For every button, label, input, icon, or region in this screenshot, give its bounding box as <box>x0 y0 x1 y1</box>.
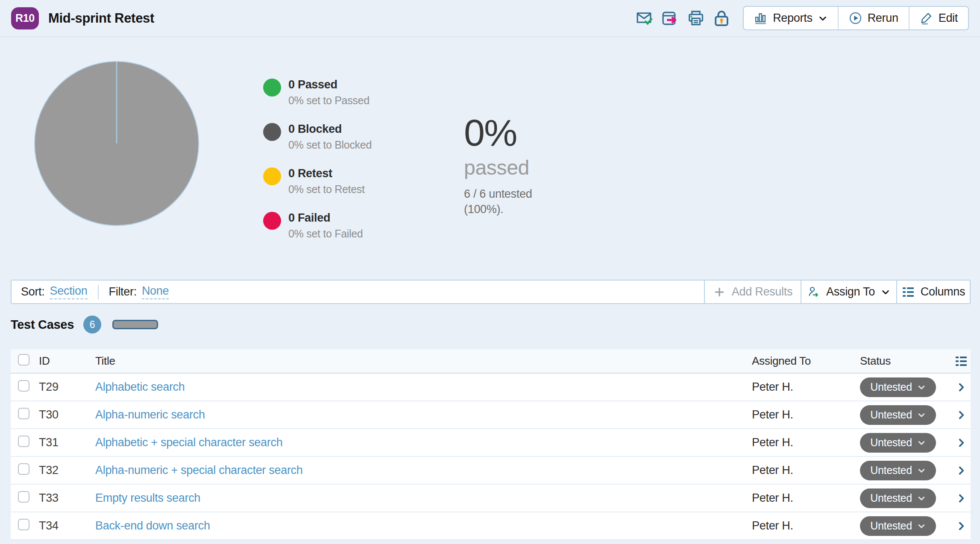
case-title-link[interactable]: Alpha-numeric + special character search <box>95 464 752 477</box>
filter-value-link[interactable]: None <box>142 284 169 299</box>
case-id: T30 <box>39 408 95 421</box>
email-check-icon[interactable] <box>634 7 656 29</box>
open-case-chevron[interactable] <box>952 409 971 421</box>
row-checkbox[interactable] <box>18 436 29 447</box>
status-dropdown[interactable]: Untested <box>860 516 936 536</box>
blocked-dot-icon <box>263 123 281 141</box>
legend-label: 0 Retest <box>288 167 365 180</box>
table-row: T29 Alphabetic search Peter H. Untested <box>11 374 971 401</box>
status-dropdown[interactable]: Untested <box>860 461 936 480</box>
assign-to-button[interactable]: Assign To <box>801 281 896 303</box>
sort-label: Sort: <box>21 285 45 298</box>
col-header-id: ID <box>39 354 95 368</box>
lock-icon[interactable] <box>710 7 733 29</box>
open-case-chevron[interactable] <box>952 493 971 504</box>
sort-value-link[interactable]: Section <box>50 284 88 299</box>
play-icon <box>849 12 862 25</box>
sort-filter-area: Sort: Section Filter: None <box>12 281 704 303</box>
pass-percent-label: passed <box>464 156 532 179</box>
status-dropdown[interactable]: Untested <box>860 433 936 453</box>
page-title: Mid-sprint Retest <box>48 11 154 26</box>
untested-count-line: 6 / 6 untested <box>464 187 532 202</box>
failed-dot-icon <box>263 212 281 230</box>
chevron-down-icon <box>917 383 926 392</box>
case-title-link[interactable]: Alphabetic + special character search <box>95 436 752 449</box>
legend-item-retest: 0 Retest 0% set to Retest <box>263 167 372 196</box>
table-row: T33 Empty results search Peter H. Untest… <box>11 485 971 512</box>
status-label: Untested <box>870 436 912 449</box>
chart-legend: 0 Passed 0% set to Passed 0 Blocked 0% s… <box>263 78 372 256</box>
pie-start-line <box>116 62 117 143</box>
col-header-assigned: Assigned To <box>752 354 860 368</box>
open-case-chevron[interactable] <box>952 521 971 532</box>
table-columns-icon[interactable] <box>952 355 971 367</box>
pie-untested-slice <box>34 61 199 226</box>
edit-button[interactable]: Edit <box>909 7 968 29</box>
status-label: Untested <box>870 520 912 532</box>
legend-label: 0 Passed <box>288 78 370 91</box>
col-header-title: Title <box>95 354 752 368</box>
status-label: Untested <box>870 492 912 504</box>
add-results-label: Add Results <box>732 285 792 298</box>
col-header-status: Status <box>860 354 952 368</box>
row-checkbox[interactable] <box>18 380 29 392</box>
export-icon[interactable] <box>659 7 681 29</box>
case-id: T33 <box>39 491 95 505</box>
add-results-button[interactable]: Add Results <box>704 281 801 303</box>
status-dropdown[interactable]: Untested <box>860 488 936 508</box>
untested-percent-line: (100%). <box>464 202 532 217</box>
case-title-link[interactable]: Back-end down search <box>95 519 752 532</box>
columns-button[interactable]: Columns <box>896 281 970 303</box>
plus-icon <box>713 286 726 298</box>
retest-dot-icon <box>263 167 281 185</box>
legend-item-blocked: 0 Blocked 0% set to Blocked <box>263 123 372 151</box>
pencil-icon <box>920 12 933 25</box>
assign-user-icon <box>807 286 820 298</box>
open-case-chevron[interactable] <box>952 465 971 476</box>
main-content: 0 Passed 0% set to Passed 0 Blocked 0% s… <box>0 38 980 544</box>
table-row: T30 Alpha-numeric search Peter H. Untest… <box>11 401 971 429</box>
rerun-button[interactable]: Rerun <box>838 7 909 29</box>
test-cases-table: ID Title Assigned To Status T29 Alphabet… <box>11 349 971 540</box>
columns-icon <box>902 286 915 298</box>
print-icon[interactable] <box>685 7 707 29</box>
status-label: Untested <box>870 381 912 393</box>
case-id: T31 <box>39 436 95 449</box>
open-case-chevron[interactable] <box>952 382 971 393</box>
status-dropdown[interactable]: Untested <box>860 405 936 425</box>
header-button-group: Reports Rerun Edit <box>743 6 969 30</box>
row-checkbox[interactable] <box>18 463 29 475</box>
rerun-label: Rerun <box>868 12 898 25</box>
pass-summary: 0% passed 6 / 6 untested (100%). <box>464 114 532 217</box>
case-title-link[interactable]: Empty results search <box>95 491 752 505</box>
row-checkbox[interactable] <box>18 519 29 530</box>
chevron-down-icon <box>818 14 827 23</box>
reports-button[interactable]: Reports <box>744 7 837 29</box>
filter-label: Filter: <box>109 285 137 298</box>
section-progress-bar <box>112 320 158 329</box>
legend-sublabel: 0% set to Passed <box>288 94 370 107</box>
legend-sublabel: 0% set to Retest <box>288 183 365 196</box>
row-checkbox[interactable] <box>18 491 29 503</box>
case-title-link[interactable]: Alpha-numeric search <box>95 408 752 421</box>
case-assigned: Peter H. <box>752 519 860 532</box>
legend-label: 0 Failed <box>288 211 363 225</box>
open-case-chevron[interactable] <box>952 437 971 448</box>
reports-label: Reports <box>773 12 812 25</box>
list-toolbar: Sort: Section Filter: None Add Results A… <box>11 280 971 304</box>
legend-item-failed: 0 Failed 0% set to Failed <box>263 211 372 240</box>
table-row: T31 Alphabetic + special character searc… <box>11 429 971 457</box>
row-checkbox[interactable] <box>18 408 29 419</box>
results-pie-chart <box>34 61 199 226</box>
edit-label: Edit <box>939 12 958 25</box>
legend-label: 0 Blocked <box>288 123 372 136</box>
select-all-checkbox[interactable] <box>18 354 29 366</box>
toolbar-divider <box>98 285 99 299</box>
pass-percent: 0% <box>464 114 532 152</box>
case-title-link[interactable]: Alphabetic search <box>95 380 752 394</box>
test-case-count-badge: 6 <box>83 316 101 333</box>
case-assigned: Peter H. <box>752 491 860 505</box>
chevron-down-icon <box>917 411 926 419</box>
status-dropdown[interactable]: Untested <box>860 377 936 397</box>
case-id: T34 <box>39 519 95 532</box>
